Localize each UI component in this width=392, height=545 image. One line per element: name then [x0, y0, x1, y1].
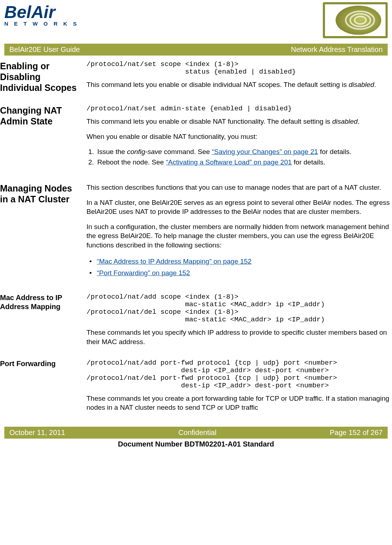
step-2: Reboot the node. See “Activating a Softw… — [96, 158, 392, 167]
chapter-title: Network Address Translation — [291, 45, 383, 54]
footer-confidential: Confidential — [178, 428, 217, 437]
link-port-forwarding[interactable]: “Port Forwarding” on page 152 — [97, 269, 190, 277]
para-manage-3: In such a configuration, the cluster mem… — [86, 222, 392, 250]
section-enabling-scopes: Enabling or Disabling Individual Scopes … — [0, 61, 392, 95]
header-bar: BelAir20E User Guide Network Address Tra… — [4, 44, 388, 56]
para-admin-1: This command lets you enable or disable … — [86, 117, 392, 126]
para-mac: These commands let you specify which IP … — [86, 328, 392, 346]
logo-sub-text: N E T W O R K S — [4, 21, 79, 27]
related-links-list: “Mac Address to IP Address Mapping” on p… — [86, 256, 392, 279]
top-header-area: BelAir N E T W O R K S — [0, 0, 392, 41]
footer-page: Page 152 of 267 — [330, 428, 383, 437]
para-port: These commands let you create a port for… — [86, 394, 392, 412]
link-mac-mapping[interactable]: “Mac Address to IP Address Mapping” on p… — [97, 258, 252, 265]
decorative-swirl-icon — [323, 2, 388, 38]
section-admin-state: Changing NAT Admin State /protocol/nat/s… — [0, 105, 392, 172]
logo-main-text: BelAir — [4, 4, 79, 20]
heading-mac: Mac Address to IP Address Mapping — [0, 293, 82, 311]
heading-admin: Changing NAT Admin State — [0, 105, 82, 127]
footer-bar: October 11, 2011 Confidential Page 152 o… — [4, 427, 388, 439]
guide-title: BelAir20E User Guide — [9, 45, 80, 54]
cmd-set-scope: /protocol/nat/set scope <index (1-8)> st… — [86, 61, 392, 76]
section-managing-nodes: Managing Nodes in a NAT Cluster This sec… — [0, 183, 392, 283]
bullet-2: “Port Forwarding” on page 152 — [89, 267, 392, 279]
page: BelAir N E T W O R K S BelAir20E User Gu… — [0, 0, 392, 456]
heading-managing: Managing Nodes in a NAT Cluster — [0, 183, 82, 205]
section-port-forwarding: Port Forwarding /protocol/nat/add port-f… — [0, 359, 392, 418]
footer-date: October 11, 2011 — [9, 428, 65, 437]
link-saving-changes[interactable]: “Saving your Changes” on page 21 — [212, 148, 318, 155]
cmd-admin-state: /protocol/nat/set admin-state {enabled |… — [86, 105, 392, 113]
para-manage-2: In a NAT cluster, one BelAir20E serves a… — [86, 198, 392, 216]
link-activating-load[interactable]: “Activating a Software Load” on page 201 — [166, 158, 292, 166]
heading-port: Port Forwarding — [0, 359, 82, 368]
step-1: Issue the config-save command. See “Savi… — [96, 147, 392, 157]
section-mac-mapping: Mac Address to IP Address Mapping /proto… — [0, 293, 392, 352]
heading-enabling: Enabling or Disabling Individual Scopes — [0, 61, 82, 93]
para-admin-2: When you enable or disable NAT functiona… — [86, 132, 392, 141]
cmd-mac-static: /protocol/nat/add scope <index (1-8)> ma… — [86, 293, 392, 324]
steps-list: Issue the config-save command. See “Savi… — [86, 147, 392, 167]
cmd-port-fwd: /protocol/nat/add port-fwd protocol {tcp… — [86, 359, 392, 390]
para-manage-1: This section describes functions that yo… — [86, 183, 392, 192]
document-number: Document Number BDTM02201-A01 Standard — [0, 440, 392, 448]
bullet-1: “Mac Address to IP Address Mapping” on p… — [89, 256, 392, 267]
para-enabling: This command lets you enable or disable … — [86, 80, 392, 89]
company-logo: BelAir N E T W O R K S — [4, 4, 79, 27]
